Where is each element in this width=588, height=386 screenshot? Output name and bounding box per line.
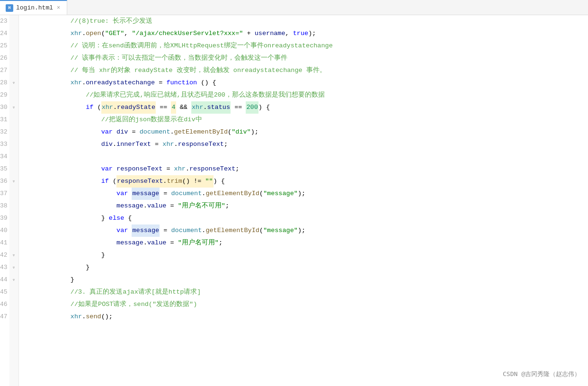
code-line-30: if (xhr.readyState == 4 && xhr.status ==… — [25, 101, 588, 114]
code-line-46: //如果是POST请求，send("发送的数据") — [25, 298, 588, 311]
tab-close-button[interactable]: × — [56, 5, 61, 11]
code-line-45: //3. 真正的发送ajax请求[就是http请求] — [25, 286, 588, 298]
code-line-39: } else { — [25, 212, 588, 224]
code-line-37: var message = document.getElementById("m… — [25, 188, 588, 200]
fold-gutter: ▿ ▿ ▿ ▿ ▿ ▿ — [9, 15, 19, 386]
code-line-41: message.value = "用户名可用"; — [25, 237, 588, 249]
code-line-33: div.innerText = xhr.responseText; — [25, 138, 588, 151]
code-area[interactable]: //(8)true: 长示不少发送 xhr.open("GET", "/ajax… — [19, 15, 588, 386]
code-line-38: message.value = "用户名不可用"; — [25, 200, 588, 212]
tab-bar: H login.html × — [0, 0, 588, 15]
code-line-27: // 每当 xhr的对象 readyState 改变时，就会触发 onready… — [25, 64, 588, 77]
code-line-43: } — [25, 261, 588, 274]
code-line-24: xhr.open("GET", "/ajax/checkUserServlet?… — [25, 27, 588, 40]
code-line-29: //如果请求已完成,响应已就绪,且状态码是200，那么这条数据是我们想要的数据 — [25, 89, 588, 101]
code-line-31: //把返回的json数据显示在div中 — [25, 114, 588, 126]
code-line-25: // 说明：在send函数调用前，给XMLHttpRequest绑定一个事件on… — [25, 40, 588, 52]
code-line-42: } — [25, 249, 588, 261]
code-line-44: } — [25, 274, 588, 286]
tab-icon: H — [6, 4, 13, 12]
code-line-28: xhr.onreadystatechange = function () { — [25, 77, 588, 89]
tab-filename: login.html — [16, 4, 53, 11]
code-line-26: // 该事件表示：可以去指定一个函数，当数据变化时，会触发这一个事件 — [25, 52, 588, 64]
code-line-47: xhr.send(); — [25, 311, 588, 323]
code-line-34 — [25, 151, 588, 163]
code-line-35: var responseText = xhr.responseText; — [25, 163, 588, 175]
tab-login-html[interactable]: H login.html × — [0, 0, 67, 15]
code-line-36: if (responseText.trim() != "") { — [25, 175, 588, 188]
watermark: CSDN @吉冈秀隆（赵志伟） — [503, 370, 580, 378]
code-line-23: //(8)true: 长示不少发送 — [25, 15, 588, 27]
line-numbers: 23 24 25 26 27 28 29 30 31 32 33 34 35 3… — [0, 15, 9, 386]
code-line-32: var div = document.getElementById("div")… — [25, 126, 588, 138]
editor-container: 23 24 25 26 27 28 29 30 31 32 33 34 35 3… — [0, 15, 588, 386]
code-line-40: var message = document.getElementById("m… — [25, 224, 588, 237]
